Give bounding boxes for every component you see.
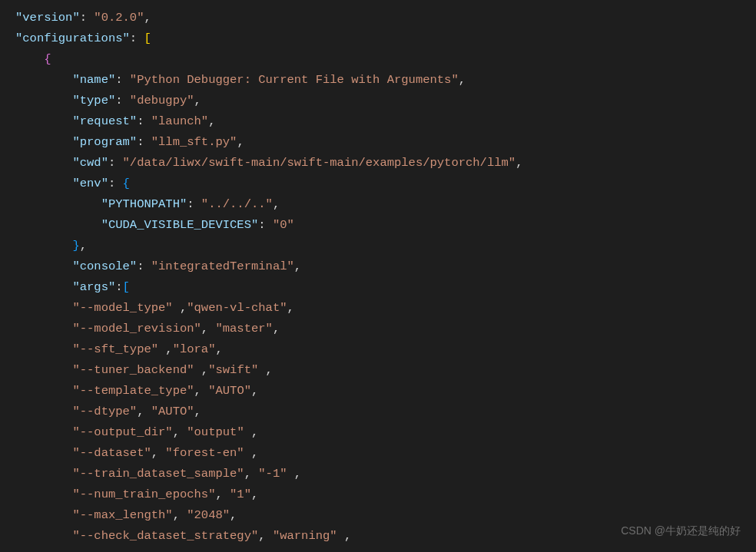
code-line: "CUDA_VISIBLE_DEVICES": "0"	[15, 215, 756, 236]
code-line: "request": "launch",	[15, 111, 756, 132]
code-line: "args":[	[15, 277, 756, 298]
code-line: "version": "0.2.0",	[15, 8, 756, 28]
json-string: "0"	[273, 218, 294, 232]
json-string: "warning"	[273, 529, 337, 543]
code-line: "type": "debugpy",	[15, 91, 756, 111]
json-key: "request"	[72, 114, 137, 128]
json-string: "/data/liwx/swift-main/swift-main/exampl…	[123, 156, 516, 170]
code-line: "cwd": "/data/liwx/swift-main/swift-main…	[15, 153, 756, 174]
code-line: "--model_revision", "master",	[15, 319, 756, 339]
json-string: "debugpy"	[130, 94, 194, 107]
code-line: {	[15, 49, 756, 70]
json-string: "../../.."	[201, 197, 273, 211]
code-line: "configurations": [	[15, 28, 756, 49]
json-key: "env"	[72, 177, 108, 190]
code-line: "--sft_type" ,"lora",	[15, 339, 756, 360]
json-string: "lora"	[173, 342, 216, 356]
json-string: "forest-en"	[165, 446, 244, 460]
code-line: "--train_dataset_sample", "-1" ,	[15, 464, 756, 484]
json-key: "type"	[72, 94, 115, 107]
json-string: "integratedTerminal"	[151, 259, 294, 273]
code-line: "name": "Python Debugger: Current File w…	[15, 70, 756, 91]
code-line: "--tuner_backend" ,"swift" ,	[15, 360, 756, 381]
json-string: "1"	[230, 488, 251, 501]
code-line: "--num_train_epochs", "1",	[15, 484, 756, 505]
json-string: "-1"	[258, 467, 287, 481]
json-key: "program"	[72, 135, 137, 149]
json-string: "0.2.0"	[94, 11, 144, 25]
json-string: "--output_dir"	[72, 425, 172, 439]
json-string: "AUTO"	[208, 384, 251, 398]
json-string: "--dtype"	[72, 405, 137, 418]
code-line: "PYTHONPATH": "../../..",	[15, 194, 756, 215]
json-string: "--model_revision"	[72, 322, 201, 335]
json-string: "launch"	[151, 114, 208, 128]
code-line: "console": "integratedTerminal",	[15, 256, 756, 277]
json-string: "--check_dataset_strategy"	[72, 529, 258, 543]
json-string: "master"	[215, 322, 272, 335]
code-line: },	[15, 236, 756, 256]
code-line: "--model_type" ,"qwen-vl-chat",	[15, 298, 756, 319]
code-line: "--dataset", "forest-en" ,	[15, 443, 756, 464]
json-string: "AUTO"	[151, 405, 194, 418]
json-key: "configurations"	[15, 31, 130, 45]
json-string: "--model_type"	[72, 301, 172, 315]
json-string: "--dataset"	[72, 446, 151, 460]
code-line: "--dtype", "AUTO",	[15, 402, 756, 422]
json-string: "--max_length"	[72, 508, 172, 522]
json-string: "Python Debugger: Current File with Argu…	[130, 73, 459, 87]
json-key: "PYTHONPATH"	[101, 197, 187, 211]
json-key: "version"	[15, 11, 80, 25]
watermark-text: CSDN @牛奶还是纯的好	[621, 521, 741, 541]
json-string: "output"	[187, 425, 244, 439]
code-editor[interactable]: "version": "0.2.0", "configurations": [ …	[0, 0, 756, 547]
json-string: "--template_type"	[72, 384, 194, 398]
json-string: "swift"	[208, 363, 258, 377]
json-string: "--num_train_epochs"	[72, 488, 215, 501]
json-string: "llm_sft.py"	[151, 135, 237, 149]
json-string: "--sft_type"	[72, 342, 158, 356]
code-line: "--output_dir", "output" ,	[15, 422, 756, 443]
json-key: "name"	[72, 73, 115, 87]
json-string: "2048"	[187, 508, 230, 522]
code-line: "env": {	[15, 174, 756, 194]
json-key: "args"	[72, 280, 115, 294]
code-line: "program": "llm_sft.py",	[15, 132, 756, 153]
json-key: "cwd"	[72, 156, 108, 170]
json-string: "qwen-vl-chat"	[187, 301, 287, 315]
json-key: "CUDA_VISIBLE_DEVICES"	[101, 218, 259, 232]
json-string: "--train_dataset_sample"	[72, 467, 244, 481]
json-string: "--tuner_backend"	[72, 363, 194, 377]
json-key: "console"	[72, 259, 137, 273]
code-line: "--template_type", "AUTO",	[15, 381, 756, 402]
